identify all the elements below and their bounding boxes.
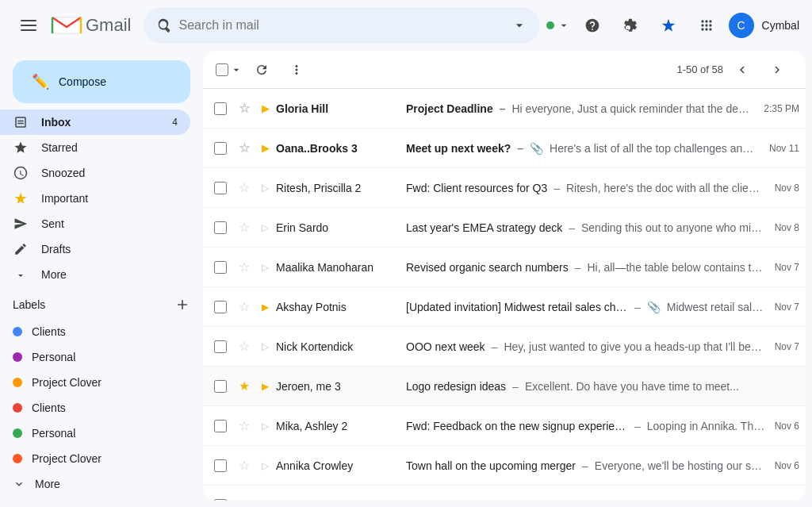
- email-checkbox-area[interactable]: [209, 182, 232, 194]
- email-checkbox[interactable]: [214, 380, 227, 393]
- email-sender: Nick Kortendick: [276, 340, 403, 353]
- email-sender: Ritesh, Priscilla 2: [276, 182, 403, 194]
- important-icon[interactable]: ▷: [257, 222, 273, 233]
- email-checkbox[interactable]: [214, 221, 227, 234]
- email-row[interactable]: ☆ ▷ Mika, Ashley 2 Fwd: Feedback on the …: [203, 406, 806, 446]
- compose-button[interactable]: ✏️ Compose: [13, 60, 190, 103]
- important-icon[interactable]: ▷: [257, 341, 273, 352]
- email-checkbox[interactable]: [214, 499, 227, 501]
- email-checkbox-area[interactable]: [209, 459, 232, 472]
- search-input[interactable]: [178, 18, 504, 33]
- star-icon[interactable]: ☆: [235, 497, 254, 501]
- important-icon[interactable]: ▶: [257, 143, 273, 154]
- email-checkbox-area[interactable]: [209, 142, 232, 155]
- label-dot-personal-2: [13, 428, 22, 438]
- prev-page-button[interactable]: [726, 54, 758, 86]
- email-checkbox[interactable]: [214, 142, 227, 155]
- email-row[interactable]: ☆ ▶ Gloria Hill Project Deadline – Hi ev…: [203, 89, 806, 129]
- email-row[interactable]: ☆ ▷ Annika Crowley Town hall on the upco…: [203, 446, 806, 486]
- email-row[interactable]: ☆ ▷ Erin Sardo Last year's EMEA strategy…: [203, 208, 806, 248]
- star-icon[interactable]: ☆: [235, 220, 254, 235]
- email-checkbox[interactable]: [214, 420, 227, 432]
- label-item-project-clover-2[interactable]: Project Clover: [0, 446, 190, 471]
- important-icon[interactable]: ▷: [257, 182, 273, 194]
- email-checkbox[interactable]: [214, 340, 227, 353]
- nav-item-snoozed[interactable]: Snoozed: [0, 160, 190, 186]
- more-icon: [13, 267, 29, 282]
- email-time: Nov 6: [775, 460, 799, 471]
- email-subject: Meet up next week?: [406, 142, 511, 155]
- add-label-icon[interactable]: [174, 297, 190, 313]
- important-icon[interactable]: ▶: [257, 103, 273, 114]
- search-dropdown-icon[interactable]: [511, 17, 527, 33]
- email-checkbox-area[interactable]: [209, 221, 232, 234]
- label-item-clients-1[interactable]: Clients: [0, 319, 190, 344]
- star-icon[interactable]: ☆: [235, 140, 254, 156]
- label-item-more-labels[interactable]: More: [0, 471, 190, 497]
- email-checkbox-area[interactable]: [209, 420, 232, 432]
- email-separator: –: [557, 499, 564, 501]
- email-preview: Hi, all—the table below contains the rev…: [587, 261, 764, 274]
- important-icon[interactable]: ▷: [257, 500, 273, 501]
- more-toolbar-button[interactable]: [281, 54, 312, 86]
- star-icon[interactable]: ☆: [235, 418, 254, 433]
- star-icon[interactable]: ☆: [235, 458, 254, 473]
- label-item-personal-2[interactable]: Personal: [0, 421, 190, 446]
- email-checkbox-area[interactable]: [209, 340, 232, 353]
- email-row[interactable]: ☆ ▷ Muireann, Kylie, David Two pics from…: [203, 486, 806, 501]
- email-checkbox[interactable]: [214, 261, 227, 274]
- nav-label-snoozed: Snoozed: [41, 167, 85, 179]
- email-separator: –: [582, 459, 588, 472]
- email-checkbox-area[interactable]: [209, 499, 232, 501]
- important-icon[interactable]: ▷: [257, 262, 273, 273]
- email-row[interactable]: ☆ ▶ Akshay Potnis [Updated invitation] M…: [203, 287, 806, 327]
- email-row[interactable]: ☆ ▷ Ritesh, Priscilla 2 Fwd: Client reso…: [203, 168, 806, 208]
- label-item-project-clover-1[interactable]: Project Clover: [0, 370, 190, 395]
- important-icon[interactable]: ▷: [257, 421, 273, 432]
- apps-button[interactable]: [691, 10, 722, 41]
- ai-button[interactable]: [653, 10, 684, 41]
- label-item-personal-1[interactable]: Personal: [0, 344, 190, 370]
- menu-button[interactable]: [13, 10, 44, 41]
- next-page-button[interactable]: [761, 54, 793, 86]
- star-icon[interactable]: ☆: [235, 299, 254, 314]
- star-icon[interactable]: ★: [235, 378, 254, 394]
- email-checkbox[interactable]: [214, 459, 227, 472]
- email-subject: Revised organic search numbers: [406, 261, 569, 274]
- email-checkbox-area[interactable]: [209, 261, 232, 274]
- email-checkbox-area[interactable]: [209, 102, 232, 115]
- email-subject: Fwd: Feedback on the new signup experien…: [406, 420, 628, 432]
- email-checkbox[interactable]: [214, 182, 227, 194]
- nav-item-more[interactable]: More: [0, 262, 190, 287]
- select-all-checkbox[interactable]: [216, 63, 228, 76]
- important-icon[interactable]: ▷: [257, 460, 273, 471]
- refresh-button[interactable]: [246, 54, 278, 86]
- email-row[interactable]: ☆ ▶ Oana..Brooks 3 Meet up next week? – …: [203, 129, 806, 168]
- important-icon[interactable]: ▶: [257, 381, 273, 392]
- select-dropdown-icon[interactable]: [230, 63, 243, 76]
- email-checkbox-area[interactable]: [209, 301, 232, 313]
- star-icon[interactable]: ☆: [235, 101, 254, 116]
- email-row[interactable]: ☆ ▷ Maalika Manoharan Revised organic se…: [203, 248, 806, 287]
- settings-button[interactable]: [615, 10, 646, 41]
- status-dropdown-icon[interactable]: [557, 19, 570, 32]
- email-checkbox-area[interactable]: [209, 380, 232, 393]
- nav-item-inbox[interactable]: Inbox 4: [0, 109, 190, 135]
- nav-item-important[interactable]: Important: [0, 186, 190, 211]
- nav-item-sent[interactable]: Sent: [0, 211, 190, 236]
- email-content: Logo redesign ideas – Excellent. Do have…: [406, 380, 790, 393]
- label-item-clients-2[interactable]: Clients: [0, 395, 190, 421]
- nav-item-starred[interactable]: Starred: [0, 135, 190, 160]
- email-time: 2:35 PM: [764, 103, 799, 114]
- avatar[interactable]: C: [729, 13, 754, 38]
- email-row[interactable]: ★ ▶ Jeroen, me 3 Logo redesign ideas – E…: [203, 367, 806, 406]
- star-icon[interactable]: ☆: [235, 180, 254, 195]
- email-checkbox[interactable]: [214, 102, 227, 115]
- star-icon[interactable]: ☆: [235, 259, 254, 275]
- help-button[interactable]: [576, 10, 608, 41]
- important-icon[interactable]: ▶: [257, 302, 273, 313]
- email-row[interactable]: ☆ ▷ Nick Kortendick OOO next week – Hey,…: [203, 327, 806, 367]
- email-checkbox[interactable]: [214, 301, 227, 313]
- nav-item-drafts[interactable]: Drafts: [0, 236, 190, 262]
- star-icon[interactable]: ☆: [235, 339, 254, 354]
